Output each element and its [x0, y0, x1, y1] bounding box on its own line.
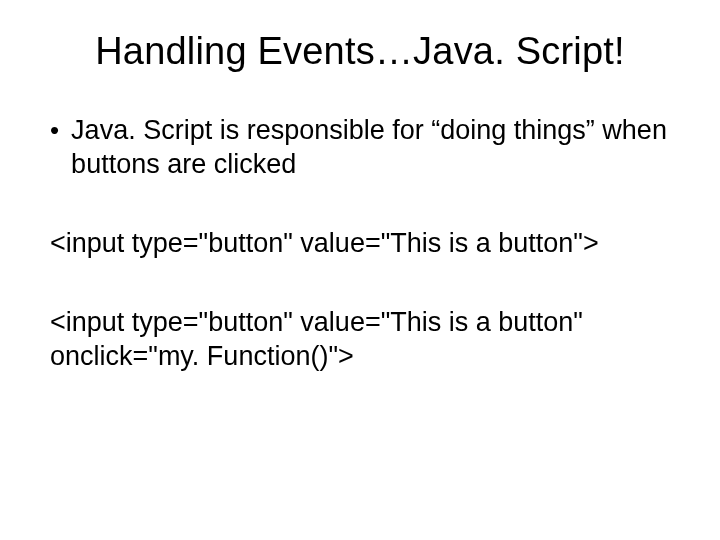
bullet-marker: •	[50, 113, 59, 147]
bullet-text: Java. Script is responsible for “doing t…	[71, 113, 670, 181]
slide-title: Handling Events…Java. Script!	[50, 30, 670, 73]
code-sample-1: <input type="button" value="This is a bu…	[50, 226, 670, 260]
bullet-item: • Java. Script is responsible for “doing…	[50, 113, 670, 181]
code-sample-2: <input type="button" value="This is a bu…	[50, 305, 670, 373]
